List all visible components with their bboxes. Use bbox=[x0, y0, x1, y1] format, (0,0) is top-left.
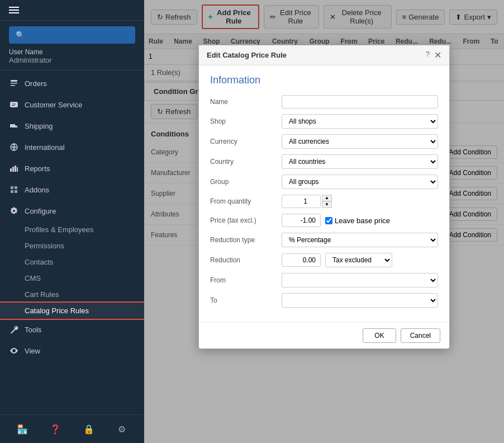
svg-point-4 bbox=[11, 128, 12, 129]
sidebar-item-addons[interactable]: Addons bbox=[0, 179, 144, 200]
form-label-reduction-type: Reduction type bbox=[210, 236, 277, 244]
form-row-group: Group All groups bbox=[210, 175, 438, 189]
sidebar-item-reports-label: Reports bbox=[25, 164, 50, 173]
reports-icon bbox=[9, 163, 19, 173]
leave-base-price-checkbox[interactable] bbox=[325, 217, 332, 224]
spinner-up[interactable]: ▲ bbox=[322, 195, 332, 201]
form-label-group: Group bbox=[210, 178, 277, 186]
form-row-reduction-type: Reduction type % Percentage Amount bbox=[210, 233, 438, 247]
store-icon[interactable]: 🏪 bbox=[14, 421, 31, 437]
sidebar-item-addons-label: Addons bbox=[25, 186, 49, 194]
leave-base-price-label: Leave base price bbox=[335, 216, 390, 225]
form-label-price: Price (tax excl.) bbox=[210, 216, 277, 224]
form-row-currency: Currency All currencies bbox=[210, 134, 438, 149]
svg-rect-3 bbox=[10, 102, 18, 107]
modal-footer: OK Cancel bbox=[199, 322, 449, 348]
settings-icon[interactable]: ⚙ bbox=[113, 421, 130, 437]
sidebar-item-international-label: International bbox=[25, 143, 65, 152]
sidebar-item-orders-label: Orders bbox=[25, 79, 47, 88]
sidebar-item-reports[interactable]: Reports bbox=[0, 158, 144, 179]
form-row-price: Price (tax excl.) Leave base price bbox=[210, 214, 438, 227]
configure-icon bbox=[9, 206, 19, 216]
sidebar-subitem-contacts[interactable]: Contacts bbox=[0, 254, 144, 270]
modal-header-icons: ? ✕ bbox=[426, 50, 441, 60]
view-icon bbox=[9, 346, 19, 356]
modal-ok-button[interactable]: OK bbox=[363, 328, 396, 343]
modal-section-title: Information bbox=[210, 74, 438, 86]
hamburger-icon[interactable] bbox=[9, 7, 19, 13]
svg-rect-7 bbox=[10, 168, 12, 172]
form-select-from[interactable] bbox=[282, 273, 438, 288]
sidebar-item-international[interactable]: International bbox=[0, 136, 144, 158]
tools-icon bbox=[9, 324, 19, 334]
modal-body: Information Name Shop All shops Currency bbox=[199, 65, 449, 322]
form-input-price[interactable] bbox=[282, 214, 321, 227]
form-select-to[interactable] bbox=[282, 293, 438, 308]
modal-overlay[interactable]: Edit Catalog Price Rule ? ✕ Information … bbox=[144, 0, 504, 443]
form-select-reduction-tax[interactable]: Tax excluded Tax included bbox=[325, 253, 392, 267]
form-row-from: From bbox=[210, 273, 438, 288]
modal-cancel-button[interactable]: Cancel bbox=[401, 328, 440, 343]
sidebar-item-customer-service[interactable]: Customer Service bbox=[0, 94, 144, 115]
form-row-to: To bbox=[210, 293, 438, 308]
user-name: User Name bbox=[9, 48, 135, 56]
sidebar-subitem-permissions[interactable]: Permissions bbox=[0, 238, 144, 254]
user-section: 🔍 User Name Administrator bbox=[0, 21, 144, 70]
svg-rect-10 bbox=[17, 167, 18, 172]
sidebar-subitem-cms[interactable]: CMS bbox=[0, 270, 144, 286]
main-content: ↻ Refresh + Add Price Rule ✏ Edit Price … bbox=[144, 0, 504, 443]
addons-icon bbox=[9, 185, 19, 195]
modal-help-icon[interactable]: ? bbox=[426, 50, 430, 60]
modal-header: Edit Catalog Price Rule ? ✕ bbox=[199, 45, 449, 65]
form-label-from-quantity: From quantity bbox=[210, 197, 277, 205]
form-label-to: To bbox=[210, 296, 277, 304]
customer-service-icon bbox=[9, 100, 19, 110]
form-label-from: From bbox=[210, 276, 277, 284]
sidebar-item-shipping-label: Shipping bbox=[25, 122, 53, 130]
form-input-reduction[interactable] bbox=[282, 253, 321, 267]
form-row-name: Name bbox=[210, 95, 438, 109]
form-input-name[interactable] bbox=[282, 95, 438, 109]
form-row-shop: Shop All shops bbox=[210, 114, 438, 129]
orders-icon bbox=[9, 78, 19, 88]
sidebar-item-view[interactable]: View bbox=[0, 340, 144, 361]
sidebar-nav: Orders Customer Service Shipping Interna… bbox=[0, 70, 144, 414]
from-quantity-input[interactable] bbox=[282, 195, 321, 208]
spinner-down[interactable]: ▼ bbox=[322, 201, 332, 208]
svg-rect-9 bbox=[15, 166, 16, 172]
sidebar-subitem-catalog-price-rules[interactable]: Catalog Price Rules bbox=[0, 303, 144, 319]
sidebar-header bbox=[0, 0, 144, 21]
sidebar-subitem-cart-rules[interactable]: Cart Rules bbox=[0, 286, 144, 303]
form-select-group[interactable]: All groups bbox=[282, 175, 438, 189]
sidebar-item-shipping[interactable]: Shipping bbox=[0, 115, 144, 136]
svg-rect-2 bbox=[11, 85, 15, 86]
international-icon bbox=[9, 142, 19, 152]
sidebar-item-configure[interactable]: Configure bbox=[0, 200, 144, 222]
form-label-name: Name bbox=[210, 98, 277, 106]
sidebar-item-tools-label: Tools bbox=[25, 326, 41, 334]
help-icon[interactable]: ❓ bbox=[47, 421, 64, 437]
sidebar-subitem-profiles-employees[interactable]: Profiles & Employees bbox=[0, 222, 144, 238]
svg-rect-0 bbox=[11, 80, 17, 82]
svg-rect-8 bbox=[12, 167, 14, 172]
from-quantity-spinner: ▲ ▼ bbox=[282, 195, 332, 208]
svg-rect-1 bbox=[11, 83, 17, 84]
user-search-bar[interactable]: 🔍 bbox=[9, 26, 135, 44]
form-select-currency[interactable]: All currencies bbox=[282, 134, 438, 149]
form-select-shop[interactable]: All shops bbox=[282, 114, 438, 129]
spinner-buttons: ▲ ▼ bbox=[322, 195, 332, 208]
form-select-reduction-type[interactable]: % Percentage Amount bbox=[282, 233, 438, 247]
lock-icon[interactable]: 🔒 bbox=[80, 421, 97, 437]
sidebar-item-orders[interactable]: Orders bbox=[0, 73, 144, 94]
svg-point-5 bbox=[16, 128, 17, 129]
form-label-shop: Shop bbox=[210, 117, 277, 125]
sidebar: 🔍 User Name Administrator Orders Custome… bbox=[0, 0, 144, 443]
form-select-country[interactable]: All countries bbox=[282, 154, 438, 169]
modal-title: Edit Catalog Price Rule bbox=[207, 51, 287, 59]
form-label-country: Country bbox=[210, 158, 277, 166]
form-label-reduction: Reduction bbox=[210, 256, 277, 264]
form-label-currency: Currency bbox=[210, 138, 277, 145]
sidebar-item-tools[interactable]: Tools bbox=[0, 319, 144, 340]
modal-close-button[interactable]: ✕ bbox=[434, 50, 441, 60]
form-row-reduction: Reduction Tax excluded Tax included bbox=[210, 253, 438, 267]
